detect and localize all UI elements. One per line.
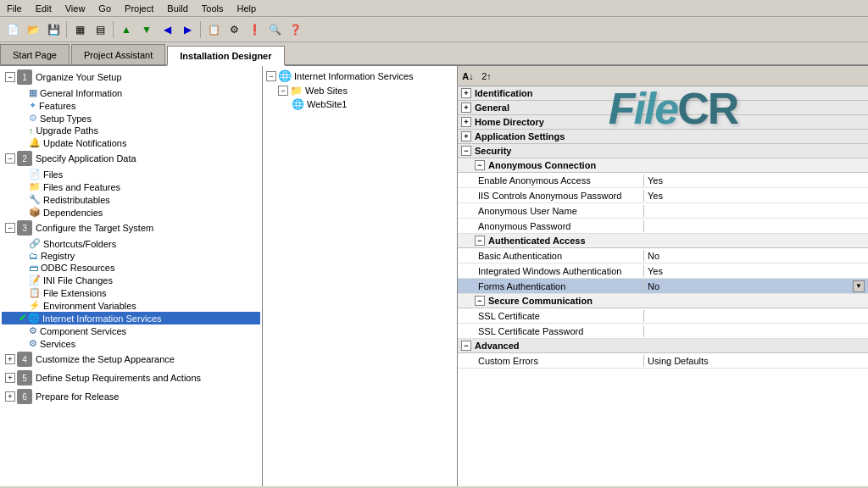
prop-integrated-windows-value[interactable]: Yes <box>644 265 868 277</box>
mid-website1[interactable]: 🌐 WebSite1 <box>264 97 455 111</box>
menu-file[interactable]: File <box>0 2 29 15</box>
menu-view[interactable]: View <box>58 2 92 15</box>
section-5-expander[interactable]: + <box>5 373 15 383</box>
menu-project[interactable]: Project <box>118 2 160 15</box>
menu-go[interactable]: Go <box>92 2 118 15</box>
secure-comm-expander[interactable]: − <box>475 296 485 306</box>
down-button[interactable]: ▼ <box>137 20 156 39</box>
menu-tools[interactable]: Tools <box>195 2 231 15</box>
tree-update-notifications[interactable]: 🔔 Update Notifications <box>2 136 260 149</box>
tree-files-label: Files <box>43 169 63 180</box>
section-2-header[interactable]: − 2 Specify Application Data <box>2 149 260 168</box>
sort-az-button[interactable]: A↓ <box>459 69 476 84</box>
debug-button[interactable]: 🔍 <box>265 20 284 39</box>
mid-websites-expander[interactable]: − <box>278 86 288 96</box>
forward-button[interactable]: ▶ <box>178 20 197 39</box>
shortcut-icon: 🔗 <box>29 238 41 249</box>
anon-connection-expander[interactable]: − <box>475 160 485 170</box>
mid-websites-icon: 📁 <box>290 85 303 97</box>
build-button[interactable]: 📋 <box>204 20 223 39</box>
section-6-header[interactable]: + 6 Prepare for Release <box>2 387 260 406</box>
list-view-button[interactable]: ▤ <box>91 20 109 39</box>
mid-iis-expander[interactable]: − <box>266 71 276 81</box>
tab-project-assistant[interactable]: Project Assistant <box>71 44 165 64</box>
tree-services[interactable]: ⚙ Services <box>2 337 260 350</box>
tree-file-extensions[interactable]: 📋 File Extensions <box>2 286 260 299</box>
section-5-header[interactable]: + 5 Define Setup Requirements and Action… <box>2 369 260 387</box>
tree-files[interactable]: 📄 Files <box>2 168 260 180</box>
section-2-expander[interactable]: − <box>5 153 15 164</box>
section-5-num: 5 <box>17 370 32 385</box>
toolbar-separator-2 <box>113 21 114 38</box>
prop-ssl-cert-pw-value[interactable] <box>644 330 868 332</box>
main-area: FileCR − 1 Organize Your Setup ▦ General… <box>0 66 868 486</box>
tree-odbc[interactable]: 🗃 ODBC Resources <box>2 262 260 274</box>
mid-websites[interactable]: − 📁 Web Sites <box>264 84 455 97</box>
app-settings-expander[interactable]: + <box>461 131 471 141</box>
prop-anon-username-value[interactable] <box>644 210 868 212</box>
tree-files-and-features[interactable]: 📁 Files and Features <box>2 180 260 193</box>
tree-file-ext-label: File Extensions <box>43 288 107 298</box>
prop-subsection-anon-connection[interactable]: − Anonymous Connection <box>458 158 868 173</box>
prop-custom-errors-value[interactable]: Using Defaults <box>644 355 868 367</box>
ext-icon: 📋 <box>29 287 41 298</box>
tree-ini-file-changes[interactable]: 📝 INI File Changes <box>2 274 260 286</box>
security-expander[interactable]: − <box>461 146 471 156</box>
identification-expander[interactable]: + <box>461 88 471 98</box>
open-button[interactable]: 📂 <box>24 20 42 39</box>
forms-auth-dropdown[interactable]: ▼ <box>853 280 865 292</box>
left-tree: − 1 Organize Your Setup ▦ General Inform… <box>0 66 262 408</box>
grid-view-button[interactable]: ▦ <box>70 20 89 39</box>
tree-redistributables-label: Redistributables <box>43 195 110 205</box>
tree-component-services[interactable]: ⚙ Component Services <box>2 324 260 337</box>
section-4-expander[interactable]: + <box>5 354 15 364</box>
toolbar: 📄 📂 💾 ▦ ▤ ▲ ▼ ◀ ▶ 📋 ⚙ ❗ 🔍 ❓ <box>0 17 868 42</box>
tree-environment-variables[interactable]: ⚡ Environment Variables <box>2 299 260 312</box>
advanced-expander[interactable]: − <box>461 341 471 351</box>
prop-anon-username: Anonymous User Name <box>458 203 868 219</box>
general-expander[interactable]: + <box>461 103 471 113</box>
prop-basic-auth-value[interactable]: No <box>644 250 868 262</box>
section-3-expander[interactable]: − <box>5 223 15 233</box>
tree-setup-types[interactable]: ⚙ Setup Types <box>2 112 260 125</box>
prop-anon-password-value[interactable] <box>644 225 868 227</box>
section-4-header[interactable]: + 4 Customize the Setup Appearance <box>2 350 260 369</box>
save-button[interactable]: 💾 <box>44 20 63 39</box>
section-1-expander[interactable]: − <box>5 72 15 82</box>
mid-iis-icon: 🌐 <box>278 69 292 82</box>
prop-subsection-auth-access[interactable]: − Authenticated Access <box>458 234 868 248</box>
section-3-header[interactable]: − 3 Configure the Target System <box>2 219 260 237</box>
prop-forms-auth-value[interactable]: No ▼ <box>644 280 868 293</box>
prop-iis-controls-value[interactable]: Yes <box>644 190 868 202</box>
tree-dependencies[interactable]: 📦 Dependencies <box>2 206 260 219</box>
menu-edit[interactable]: Edit <box>29 2 58 15</box>
section-3-num: 3 <box>17 220 32 236</box>
section-1-header[interactable]: − 1 Organize Your Setup <box>2 68 260 86</box>
up-button[interactable]: ▲ <box>117 20 136 39</box>
advanced-label: Advanced <box>475 341 520 351</box>
menu-help[interactable]: Help <box>230 2 263 15</box>
new-button[interactable]: 📄 <box>3 20 22 39</box>
tree-registry[interactable]: 🗂 Registry <box>2 250 260 262</box>
prop-ssl-cert-value[interactable] <box>644 315 868 317</box>
home-directory-expander[interactable]: + <box>461 117 471 127</box>
tab-installation-designer[interactable]: Installation Designer <box>167 46 284 66</box>
help-button[interactable]: ❓ <box>286 20 304 39</box>
tree-features[interactable]: ✦ Features <box>2 99 260 112</box>
tree-upgrade-paths[interactable]: ↑ Upgrade Paths <box>2 125 260 136</box>
tree-iis[interactable]: ✓ 🌐 Internet Information Services <box>2 312 260 324</box>
mid-iis-root[interactable]: − 🌐 Internet Information Services <box>264 68 455 84</box>
prop-subsection-secure-comm[interactable]: − Secure Communication <box>458 294 868 308</box>
prop-section-advanced[interactable]: − Advanced <box>458 339 868 353</box>
section-6-expander[interactable]: + <box>5 391 15 402</box>
back-button[interactable]: ◀ <box>158 20 176 39</box>
prop-enable-anon-value[interactable]: Yes <box>644 175 868 186</box>
menu-build[interactable]: Build <box>160 2 194 15</box>
warning-button[interactable]: ❗ <box>245 20 264 39</box>
settings-button[interactable]: ⚙ <box>225 20 243 39</box>
tree-shortcuts-folders[interactable]: 🔗 Shortcuts/Folders <box>2 237 260 250</box>
tree-redistributables[interactable]: 🔧 Redistributables <box>2 193 260 206</box>
auth-access-expander[interactable]: − <box>475 236 485 246</box>
tab-start-page[interactable]: Start Page <box>0 44 70 64</box>
tree-general-information[interactable]: ▦ General Information <box>2 86 260 99</box>
